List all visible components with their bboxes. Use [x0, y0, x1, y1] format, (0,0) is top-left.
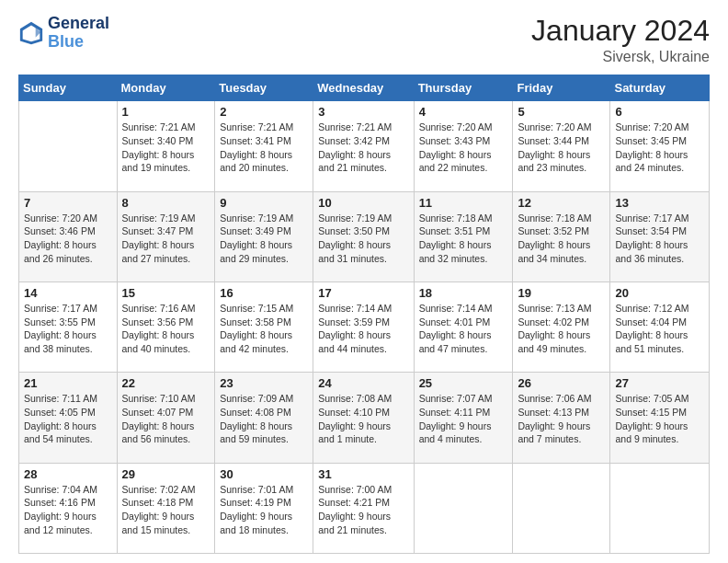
calendar-cell: 6Sunrise: 7:20 AMSunset: 3:45 PMDaylight… [610, 101, 710, 191]
page: General Blue January 2024 Siversk, Ukrai… [0, 0, 728, 563]
day-number: 30 [220, 467, 308, 481]
day-detail: Sunrise: 7:07 AMSunset: 4:11 PMDaylight:… [419, 392, 508, 446]
calendar-cell [513, 463, 610, 553]
calendar-cell: 24Sunrise: 7:08 AMSunset: 4:10 PMDayligh… [313, 373, 414, 463]
day-number: 6 [615, 105, 704, 119]
day-number: 26 [518, 376, 605, 390]
day-number: 17 [318, 286, 408, 300]
day-detail: Sunrise: 7:18 AMSunset: 3:51 PMDaylight:… [419, 212, 508, 266]
day-detail: Sunrise: 7:21 AMSunset: 3:40 PMDaylight:… [122, 121, 210, 175]
calendar-week-3: 21Sunrise: 7:11 AMSunset: 4:05 PMDayligh… [19, 373, 710, 463]
day-number: 9 [220, 196, 308, 210]
day-detail: Sunrise: 7:17 AMSunset: 3:54 PMDaylight:… [615, 212, 704, 266]
day-number: 16 [220, 286, 308, 300]
col-sunday: Sunday [19, 75, 118, 101]
day-number: 11 [419, 196, 508, 210]
calendar-cell: 15Sunrise: 7:16 AMSunset: 3:56 PMDayligh… [117, 282, 215, 372]
calendar-cell: 14Sunrise: 7:17 AMSunset: 3:55 PMDayligh… [19, 282, 118, 372]
calendar-cell: 11Sunrise: 7:18 AMSunset: 3:51 PMDayligh… [414, 191, 513, 282]
day-number: 7 [24, 196, 112, 210]
logo-text: General Blue [48, 15, 109, 52]
calendar-cell: 30Sunrise: 7:01 AMSunset: 4:19 PMDayligh… [215, 463, 313, 553]
day-detail: Sunrise: 7:19 AMSunset: 3:49 PMDaylight:… [220, 212, 308, 266]
col-monday: Monday [117, 75, 215, 101]
day-detail: Sunrise: 7:06 AMSunset: 4:13 PMDaylight:… [518, 392, 605, 446]
day-detail: Sunrise: 7:12 AMSunset: 4:04 PMDaylight:… [615, 302, 704, 356]
day-detail: Sunrise: 7:18 AMSunset: 3:52 PMDaylight:… [518, 212, 605, 266]
calendar-cell [414, 463, 513, 553]
header: General Blue January 2024 Siversk, Ukrai… [18, 15, 710, 65]
day-detail: Sunrise: 7:20 AMSunset: 3:44 PMDaylight:… [518, 121, 605, 175]
calendar-body: 1Sunrise: 7:21 AMSunset: 3:40 PMDaylight… [19, 101, 710, 554]
logo-line1: General [48, 15, 109, 33]
day-number: 31 [318, 467, 408, 481]
calendar-cell: 12Sunrise: 7:18 AMSunset: 3:52 PMDayligh… [513, 191, 610, 282]
day-number: 4 [419, 105, 508, 119]
calendar-cell: 2Sunrise: 7:21 AMSunset: 3:41 PMDaylight… [215, 101, 313, 191]
day-number: 19 [518, 286, 605, 300]
day-number: 20 [615, 286, 704, 300]
day-detail: Sunrise: 7:14 AMSunset: 3:59 PMDaylight:… [318, 302, 408, 356]
day-number: 12 [518, 196, 605, 210]
day-detail: Sunrise: 7:08 AMSunset: 4:10 PMDaylight:… [318, 392, 408, 446]
calendar-week-1: 7Sunrise: 7:20 AMSunset: 3:46 PMDaylight… [19, 191, 710, 282]
col-thursday: Thursday [414, 75, 513, 101]
logo-line2: Blue [48, 32, 84, 51]
calendar-cell: 3Sunrise: 7:21 AMSunset: 3:42 PMDaylight… [313, 101, 414, 191]
day-number: 21 [24, 376, 112, 390]
day-number: 25 [419, 376, 508, 390]
calendar-cell: 16Sunrise: 7:15 AMSunset: 3:58 PMDayligh… [215, 282, 313, 372]
day-number: 13 [615, 196, 704, 210]
col-saturday: Saturday [610, 75, 710, 101]
day-number: 27 [615, 376, 704, 390]
day-detail: Sunrise: 7:00 AMSunset: 4:21 PMDaylight:… [318, 483, 408, 537]
calendar-cell: 7Sunrise: 7:20 AMSunset: 3:46 PMDaylight… [19, 191, 118, 282]
day-detail: Sunrise: 7:13 AMSunset: 4:02 PMDaylight:… [518, 302, 605, 356]
day-detail: Sunrise: 7:20 AMSunset: 3:46 PMDaylight:… [24, 212, 112, 266]
calendar-cell: 28Sunrise: 7:04 AMSunset: 4:16 PMDayligh… [19, 463, 118, 553]
logo-icon [18, 20, 44, 46]
day-number: 10 [318, 196, 408, 210]
day-detail: Sunrise: 7:01 AMSunset: 4:19 PMDaylight:… [220, 483, 308, 537]
day-detail: Sunrise: 7:05 AMSunset: 4:15 PMDaylight:… [615, 392, 704, 446]
day-number: 24 [318, 376, 408, 390]
day-number: 22 [122, 376, 210, 390]
day-detail: Sunrise: 7:21 AMSunset: 3:41 PMDaylight:… [220, 121, 308, 175]
day-detail: Sunrise: 7:15 AMSunset: 3:58 PMDaylight:… [220, 302, 308, 356]
calendar-header: Sunday Monday Tuesday Wednesday Thursday… [19, 75, 710, 101]
calendar-cell: 25Sunrise: 7:07 AMSunset: 4:11 PMDayligh… [414, 373, 513, 463]
day-number: 14 [24, 286, 112, 300]
day-number: 1 [122, 105, 210, 119]
day-detail: Sunrise: 7:10 AMSunset: 4:07 PMDaylight:… [122, 392, 210, 446]
calendar-table: Sunday Monday Tuesday Wednesday Thursday… [18, 75, 710, 554]
logo: General Blue [18, 15, 109, 52]
day-detail: Sunrise: 7:11 AMSunset: 4:05 PMDaylight:… [24, 392, 112, 446]
calendar-cell: 22Sunrise: 7:10 AMSunset: 4:07 PMDayligh… [117, 373, 215, 463]
calendar-cell: 21Sunrise: 7:11 AMSunset: 4:05 PMDayligh… [19, 373, 118, 463]
col-tuesday: Tuesday [215, 75, 313, 101]
calendar-week-0: 1Sunrise: 7:21 AMSunset: 3:40 PMDaylight… [19, 101, 710, 191]
main-title: January 2024 [531, 15, 710, 47]
day-detail: Sunrise: 7:04 AMSunset: 4:16 PMDaylight:… [24, 483, 112, 537]
calendar-week-2: 14Sunrise: 7:17 AMSunset: 3:55 PMDayligh… [19, 282, 710, 372]
calendar-cell: 5Sunrise: 7:20 AMSunset: 3:44 PMDaylight… [513, 101, 610, 191]
day-number: 23 [220, 376, 308, 390]
calendar-cell: 19Sunrise: 7:13 AMSunset: 4:02 PMDayligh… [513, 282, 610, 372]
day-number: 3 [318, 105, 408, 119]
calendar-cell [610, 463, 710, 553]
day-detail: Sunrise: 7:21 AMSunset: 3:42 PMDaylight:… [318, 121, 408, 175]
day-number: 28 [24, 467, 112, 481]
calendar-cell: 31Sunrise: 7:00 AMSunset: 4:21 PMDayligh… [313, 463, 414, 553]
day-number: 5 [518, 105, 605, 119]
calendar-cell: 9Sunrise: 7:19 AMSunset: 3:49 PMDaylight… [215, 191, 313, 282]
day-detail: Sunrise: 7:20 AMSunset: 3:43 PMDaylight:… [419, 121, 508, 175]
calendar-cell: 8Sunrise: 7:19 AMSunset: 3:47 PMDaylight… [117, 191, 215, 282]
title-block: January 2024 Siversk, Ukraine [531, 15, 710, 65]
calendar-cell [19, 101, 118, 191]
calendar-week-4: 28Sunrise: 7:04 AMSunset: 4:16 PMDayligh… [19, 463, 710, 553]
calendar-cell: 29Sunrise: 7:02 AMSunset: 4:18 PMDayligh… [117, 463, 215, 553]
header-row: Sunday Monday Tuesday Wednesday Thursday… [19, 75, 710, 101]
day-detail: Sunrise: 7:17 AMSunset: 3:55 PMDaylight:… [24, 302, 112, 356]
calendar-cell: 23Sunrise: 7:09 AMSunset: 4:08 PMDayligh… [215, 373, 313, 463]
calendar-cell: 17Sunrise: 7:14 AMSunset: 3:59 PMDayligh… [313, 282, 414, 372]
